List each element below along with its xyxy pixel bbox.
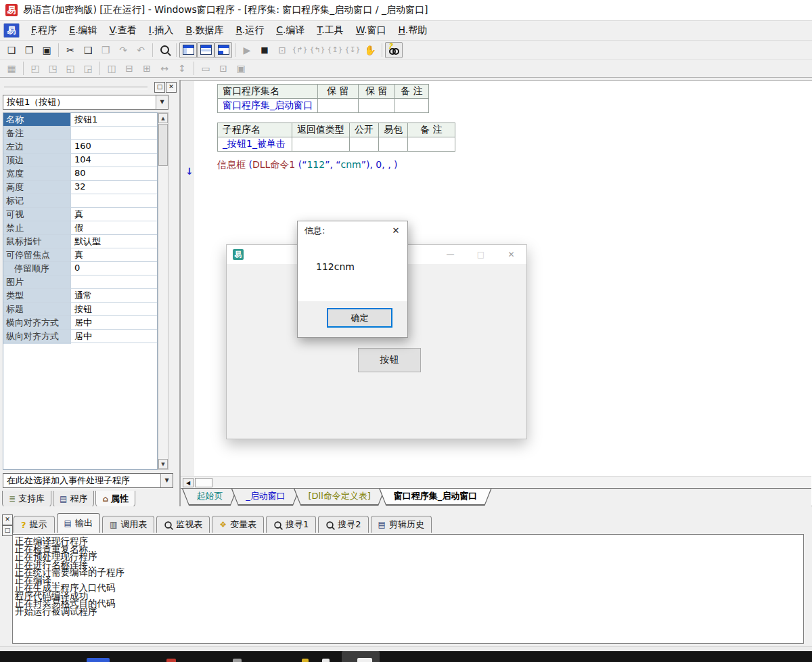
scroll-left-icon[interactable]: ◀ <box>183 478 194 487</box>
compiler-output[interactable]: 正在编译现行程序 正在检查重复名称... 正在预处理现行程序 正在进行名称连接.… <box>12 534 804 644</box>
property-row[interactable]: 高度32 <box>3 181 157 194</box>
tab-start-page[interactable]: 起始页 <box>182 489 238 506</box>
find-next-button[interactable]: ? <box>385 42 403 58</box>
pause-button[interactable]: ✋ <box>361 42 379 58</box>
tab-variable-table[interactable]: ❖变量表 <box>212 516 264 533</box>
tab-search-2[interactable]: 搜寻2 <box>318 516 368 533</box>
center-vertical-button[interactable]: ⊟ <box>120 60 138 76</box>
close-icon[interactable]: ✕ <box>384 221 407 240</box>
save-button[interactable]: ▣ <box>38 42 55 58</box>
taskbar-icon[interactable] <box>302 659 309 662</box>
property-row[interactable]: 宽度80 <box>3 167 157 181</box>
table-cell-empty[interactable] <box>359 99 395 113</box>
cut-button[interactable]: ✂ <box>62 42 79 58</box>
tab-clip-history[interactable]: ▤剪辑历史 <box>371 516 432 533</box>
component-selector[interactable]: 按钮1（按钮） ▼ <box>3 95 168 110</box>
tab-support-libraries[interactable]: ≣支持库 <box>2 491 51 508</box>
tab-search-1[interactable]: 搜寻1 <box>266 516 316 533</box>
table-cell-empty[interactable] <box>350 137 379 152</box>
menu-compile[interactable]: C.编译 <box>270 22 311 39</box>
table-cell-empty[interactable] <box>408 137 455 152</box>
menu-window[interactable]: W.窗口 <box>350 22 392 39</box>
property-row[interactable]: 鼠标指针默认型 <box>3 235 157 248</box>
property-row[interactable]: 禁止假 <box>3 221 157 235</box>
menu-edit[interactable]: E.编辑 <box>63 22 103 39</box>
align-top-button[interactable]: ◱ <box>62 60 79 76</box>
property-row[interactable]: 类型通常 <box>3 289 157 303</box>
tab-startup-window[interactable]: _启动窗口 <box>231 489 300 506</box>
scroll-up-icon[interactable]: ▲ <box>158 113 168 123</box>
property-row[interactable]: 左边160 <box>3 140 157 154</box>
taskbar-icon[interactable] <box>357 658 372 662</box>
message-box-title-bar[interactable]: 信息: ✕ <box>298 221 407 240</box>
undo-button[interactable]: ↶ <box>132 42 150 58</box>
editor-hscrollbar[interactable]: ◀ <box>181 476 811 489</box>
center-horizontal-button[interactable]: ◫ <box>103 60 120 76</box>
panel-close-button[interactable]: ✕ <box>2 514 13 525</box>
panel-grip[interactable] <box>4 87 148 89</box>
paste-button[interactable]: ❒ <box>97 42 114 58</box>
run-to-cursor-button[interactable]: {↧} <box>344 42 361 58</box>
panel-close-button[interactable]: ✕ <box>166 82 177 93</box>
step-over-button[interactable]: {↰} <box>309 42 326 58</box>
panel-float-button[interactable]: □ <box>2 525 13 536</box>
table-cell-empty[interactable] <box>379 137 408 152</box>
same-width-button[interactable]: ▭ <box>197 60 215 76</box>
table-cell-subroutine-name[interactable]: _按钮1_被单击 <box>218 137 292 152</box>
align-middle-button[interactable]: ⊞ <box>138 60 156 76</box>
tab-call-table[interactable]: ▥调用表 <box>102 516 154 533</box>
new-file-button[interactable]: ❏ <box>3 42 20 58</box>
same-height-button[interactable]: ⊡ <box>215 60 232 76</box>
find-button[interactable] <box>156 42 173 58</box>
menu-view[interactable]: V.查看 <box>104 22 143 39</box>
property-grid-scrollbar[interactable]: ▲ ▼ <box>158 112 168 470</box>
window-layout-3-button[interactable] <box>215 42 232 58</box>
copy-button[interactable]: ❑ <box>79 42 97 58</box>
event-handler-selector[interactable]: 在此处选择加入事件处理子程序 ▼ <box>3 473 173 488</box>
step-into-button[interactable]: {↱} <box>291 42 309 58</box>
code-line[interactable]: 信息框 (DLL命令1 (“112”, “cnm”), 0, , ) <box>217 159 398 171</box>
property-row[interactable]: 停留顺序0 <box>3 262 157 275</box>
taskbar-icon[interactable] <box>166 659 176 662</box>
taskbar-icon[interactable] <box>322 659 330 662</box>
menu-database[interactable]: B.数据库 <box>179 22 229 39</box>
menu-run[interactable]: R.运行 <box>229 22 270 39</box>
tab-dll-command-table[interactable]: [Dll命令定义表] <box>294 489 385 506</box>
property-row[interactable]: 横向对齐方式居中 <box>3 316 157 330</box>
property-row[interactable]: 纵向对齐方式居中 <box>3 330 157 343</box>
window-layout-2-button[interactable] <box>197 42 215 58</box>
menu-tools[interactable]: T.工具 <box>311 22 349 39</box>
table-cell-empty[interactable] <box>318 99 359 113</box>
menu-insert[interactable]: I.插入 <box>143 22 180 39</box>
scrollbar-thumb[interactable] <box>158 124 168 166</box>
property-row[interactable]: 名称按钮1 <box>3 113 157 127</box>
table-cell-empty[interactable] <box>395 99 429 113</box>
redo-button[interactable]: ↷ <box>114 42 132 58</box>
tab-watch-table[interactable]: 监视表 <box>156 516 210 533</box>
tab-properties[interactable]: ⌂属性 <box>95 491 135 508</box>
chevron-down-icon[interactable]: ▼ <box>156 95 168 109</box>
ok-button[interactable]: 确定 <box>327 308 392 328</box>
space-vertical-button[interactable]: ↕ <box>173 60 191 76</box>
property-row[interactable]: 可视真 <box>3 208 157 221</box>
table-cell-program-set-name[interactable]: 窗口程序集_启动窗口 <box>218 99 318 113</box>
panel-splitter[interactable] <box>0 506 812 512</box>
taskbar-icon[interactable] <box>233 659 242 662</box>
align-left-button[interactable]: ◰ <box>26 60 44 76</box>
taskbar-icon[interactable] <box>87 658 110 662</box>
debug-restart-button[interactable]: ⊡ <box>273 42 291 58</box>
property-row[interactable]: 标题按钮 <box>3 303 157 316</box>
scroll-down-icon[interactable]: ▼ <box>158 459 168 469</box>
property-row[interactable]: 可停留焦点真 <box>3 248 157 262</box>
window-layout-1-button[interactable] <box>179 42 197 58</box>
table-cell-empty[interactable] <box>292 137 350 152</box>
align-right-button[interactable]: ◳ <box>44 60 62 76</box>
close-button[interactable]: ✕ <box>496 245 526 264</box>
maximize-button[interactable]: □ <box>466 245 496 264</box>
app-button[interactable]: 按钮 <box>358 348 421 372</box>
code-editor-area[interactable]: ↓ 窗口程序集名 保 留 保 留 备 注 窗口程序集_启动窗口 子程序名 返回值… <box>180 80 812 506</box>
property-row[interactable]: 标记 <box>3 194 157 208</box>
property-row[interactable]: 顶边104 <box>3 154 157 167</box>
form-designer-button[interactable]: ▦ <box>3 60 20 76</box>
step-out-button[interactable]: {↥} <box>326 42 344 58</box>
